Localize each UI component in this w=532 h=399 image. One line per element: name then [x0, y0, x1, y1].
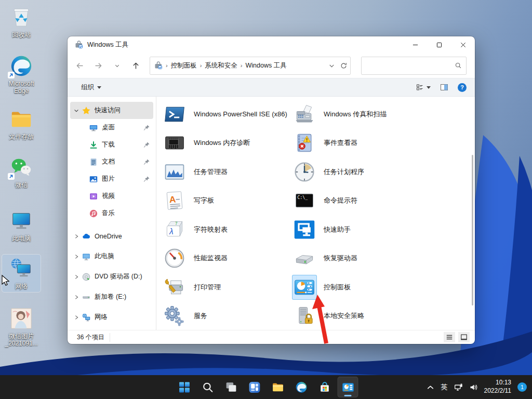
chevron-spacer[interactable]	[72, 124, 88, 132]
sidebar-item-dvd-drive[interactable]: DVD 驱动器 (D:) CP	[70, 267, 153, 287]
breadcrumb-windows-tools[interactable]: Windows 工具	[244, 59, 289, 72]
sidebar-item-downloads[interactable]: 下载	[70, 136, 153, 153]
tool-item-event-viewer[interactable]: 事件查看器	[292, 129, 475, 158]
chevron-right-icon[interactable]	[72, 232, 81, 241]
notification-badge[interactable]: 1	[517, 382, 527, 392]
desktop-icon-file-storage-folder[interactable]: 文件存放	[2, 105, 41, 142]
sidebar-item-network[interactable]: 网络	[70, 307, 153, 327]
volume-icon[interactable]	[469, 383, 478, 392]
maximize-button[interactable]	[427, 36, 451, 53]
network-tray-icon[interactable]	[454, 383, 463, 392]
chevron-spacer[interactable]	[72, 192, 88, 201]
sidebar-item-quick-access[interactable]: 快速访问	[70, 102, 153, 119]
networkpc-icon	[9, 257, 33, 281]
tool-item-task-scheduler[interactable]: 任务计划程序	[292, 157, 475, 187]
sidebar-item-music[interactable]: 音乐	[70, 205, 153, 222]
chevron-spacer[interactable]	[72, 158, 88, 166]
recovery-icon	[292, 246, 316, 270]
taskbar-icon-search[interactable]	[197, 377, 218, 397]
breadcrumb-separator: ›	[240, 62, 244, 69]
chevron-right-icon[interactable]	[72, 313, 81, 322]
organize-button[interactable]: 组织	[78, 81, 104, 94]
taskbar-icon-microsoft-store[interactable]	[314, 377, 335, 397]
tray-date: 2022/2/11	[484, 387, 512, 395]
tool-item-label: 性能监视器	[194, 254, 228, 263]
pcmon-icon	[82, 252, 91, 261]
tool-item-command-prompt[interactable]: C:\_ 命令提示符	[292, 187, 475, 216]
address-dropdown-chevron[interactable]	[328, 62, 335, 69]
back-button[interactable]	[72, 58, 87, 73]
desktop-icon-wechat[interactable]: 微信	[2, 153, 41, 191]
details-view-button[interactable]	[444, 332, 455, 342]
sidebar-item-pictures[interactable]: 图片	[70, 170, 153, 188]
tool-item-services[interactable]: 服务	[163, 302, 292, 331]
large-icons-view-button[interactable]	[458, 332, 470, 342]
tool-item-print-management[interactable]: 打印管理	[163, 273, 292, 302]
tool-item-task-manager[interactable]: 任务管理器	[163, 157, 292, 187]
chevron-right-icon[interactable]	[72, 273, 81, 281]
tool-item-quick-assist[interactable]: 快速助手	[292, 215, 475, 244]
preview-pane-button[interactable]	[439, 82, 449, 92]
sidebar-item-videos[interactable]: 视频	[70, 188, 153, 205]
tool-item-control-panel[interactable]: 控制面板	[292, 273, 475, 302]
chevron-down-icon[interactable]	[72, 107, 81, 115]
tool-item-wordpad[interactable]: A 写字板	[163, 187, 292, 216]
close-button[interactable]	[451, 36, 475, 53]
chevron-right-icon[interactable]	[72, 293, 81, 301]
change-view-button[interactable]	[415, 82, 432, 92]
taskbar-icon-file-explorer[interactable]	[268, 377, 288, 397]
desktop-icon-network[interactable]: 网络	[2, 255, 41, 292]
tool-item-memory-diagnostic[interactable]: Windows 内存诊断	[163, 129, 292, 158]
taskbar-icon-widgets[interactable]	[244, 377, 265, 397]
refresh-icon[interactable]	[340, 62, 347, 69]
recent-locations-chevron[interactable]	[109, 58, 125, 73]
chevron-right-icon[interactable]	[72, 252, 81, 261]
tray-chevron-up-icon[interactable]	[426, 383, 435, 392]
tool-item-character-map[interactable]: λ7 字符映射表	[163, 215, 292, 244]
taskbar-icon-start[interactable]	[174, 377, 195, 397]
sidebar-item-new-volume-e[interactable]: 新加卷 (E:)	[70, 287, 153, 307]
sidebar-item-desktop-folder[interactable]: 桌面	[70, 119, 153, 136]
sidebar-item-label: 音乐	[102, 209, 143, 218]
desktop-icon-microsoft-edge[interactable]: Microsoft Edge	[2, 52, 41, 97]
desktop-icon-this-pc[interactable]: 此电脑	[2, 207, 41, 244]
taskbar-icon-windows-tools-window[interactable]	[338, 377, 358, 397]
taskbar-icon-edge[interactable]	[291, 377, 312, 397]
fax-icon	[292, 102, 316, 126]
desktop-icon-label: 文件存放	[9, 133, 34, 140]
desktop-icon-wechat-image[interactable]: 微信图片_2021091...	[2, 304, 41, 350]
sidebar-item-this-pc[interactable]: 此电脑	[70, 246, 153, 267]
breadcrumb-control-panel[interactable]: 控制面板	[169, 59, 199, 72]
thispc-icon	[9, 209, 33, 233]
eventvwr-icon	[292, 131, 316, 155]
sidebar-item-label: 网络	[95, 313, 143, 322]
tool-item-local-security-policy[interactable]: 本地安全策略	[292, 302, 475, 331]
help-button[interactable]: ?	[457, 82, 468, 93]
chevron-spacer[interactable]	[72, 141, 88, 149]
ime-indicator[interactable]: 英	[441, 382, 448, 392]
musicf-icon	[89, 209, 98, 218]
up-button[interactable]	[128, 58, 143, 73]
sidebar-item-onedrive[interactable]: OneDrive	[70, 226, 153, 246]
taskbar-icon-task-view[interactable]	[221, 377, 242, 397]
system-tray: 英 10:13 2022/2/11 1	[426, 375, 527, 399]
tool-item-powershell-ise-x86[interactable]: Windows PowerShell ISE (x86)	[163, 100, 292, 129]
minimize-button[interactable]	[403, 36, 427, 53]
sidebar-item-documents[interactable]: 文档	[70, 153, 153, 170]
clock[interactable]: 10:13 2022/2/11	[484, 379, 512, 395]
tool-item-performance-monitor[interactable]: 性能监视器	[163, 244, 292, 273]
tool-item-fax-and-scan[interactable]: Windows 传真和扫描	[292, 100, 475, 129]
star-icon	[82, 106, 91, 115]
tool-item-label: 命令提示符	[324, 196, 357, 205]
address-bar[interactable]: › 控制面板 › 系统和安全 › Windows 工具	[150, 57, 351, 75]
forward-button[interactable]	[90, 58, 106, 73]
vertical-scrollbar[interactable]	[472, 155, 473, 305]
chevron-down-icon	[97, 86, 101, 89]
search-input[interactable]	[366, 61, 455, 70]
tool-item-recovery-drive[interactable]: 恢复驱动器	[292, 244, 475, 273]
tool-item-label: Windows 内存诊断	[194, 138, 250, 148]
chevron-spacer[interactable]	[72, 209, 88, 218]
breadcrumb-system-security[interactable]: 系统和安全	[203, 59, 240, 72]
desktop-icon-recycle-bin[interactable]: 回收站	[2, 3, 41, 41]
chevron-spacer[interactable]	[72, 175, 88, 183]
